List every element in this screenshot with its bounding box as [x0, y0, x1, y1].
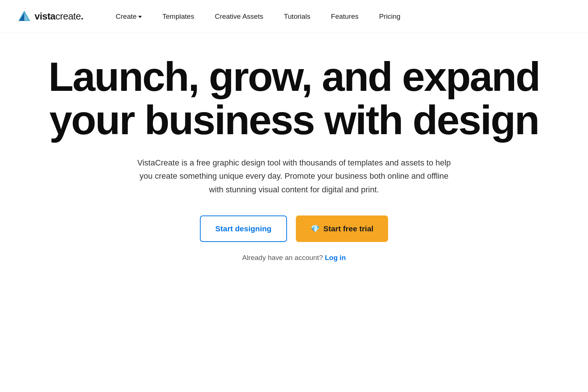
hero-section: Launch, grow, and expand your business w…: [0, 33, 588, 291]
login-link[interactable]: Log in: [325, 254, 346, 261]
nav-item-features[interactable]: Features: [321, 0, 369, 33]
nav-item-create[interactable]: Create: [105, 0, 152, 33]
hero-subtitle: VistaCreate is a free graphic design too…: [136, 156, 452, 196]
main-nav: Create Templates Creative Assets Tutoria…: [105, 0, 570, 33]
chevron-down-icon: [138, 16, 142, 18]
hero-buttons: Start designing 💎 Start free trial: [200, 215, 388, 242]
nav-item-tutorials[interactable]: Tutorials: [273, 0, 320, 33]
hero-title: Launch, grow, and expand your business w…: [37, 55, 551, 142]
logo[interactable]: vistacreate.: [18, 10, 83, 23]
logo-text-bold: vista: [35, 11, 55, 22]
site-header: vistacreate. Create Templates Creative A…: [0, 0, 588, 33]
nav-item-creative-assets[interactable]: Creative Assets: [204, 0, 273, 33]
nav-item-templates[interactable]: Templates: [152, 0, 205, 33]
start-free-trial-button[interactable]: 💎 Start free trial: [296, 215, 388, 242]
start-designing-button[interactable]: Start designing: [200, 215, 287, 242]
already-account-text: Already have an account? Log in: [242, 254, 346, 262]
logo-text-light: create: [55, 11, 81, 22]
gem-icon: 💎: [311, 224, 320, 233]
vistacreate-logo-icon: [18, 10, 31, 23]
nav-item-pricing[interactable]: Pricing: [369, 0, 411, 33]
